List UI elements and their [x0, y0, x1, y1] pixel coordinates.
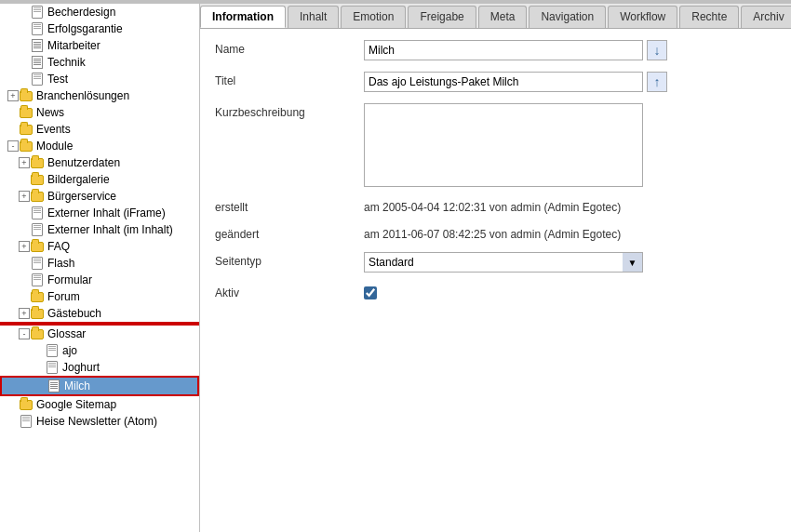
tree-toggle	[19, 291, 30, 302]
sidebar-item-erfolgsgarantie[interactable]: Erfolgsgarantie	[0, 20, 199, 37]
name-label: Name	[215, 40, 364, 56]
tree-toggle[interactable]: +	[7, 90, 19, 101]
geandert-field: am 2011-06-07 08:42:25 von admin (Admin …	[364, 225, 776, 241]
page-special-icon	[48, 379, 60, 392]
sidebar-item-gastebuch[interactable]: +Gästebuch	[0, 305, 199, 322]
sidebar-item-mitarbeiter[interactable]: Mitarbeiter	[0, 37, 199, 54]
kurz-textarea[interactable]	[364, 103, 643, 187]
page-icon	[32, 206, 43, 219]
page-icon	[47, 361, 58, 374]
sidebar-item-becherdesign[interactable]: Becherdesign	[0, 4, 199, 20]
sidebar-item-module[interactable]: -Module	[0, 138, 199, 154]
tab-navigation[interactable]: Navigation	[529, 6, 606, 28]
tree-item-label: Joghurt	[62, 361, 100, 374]
tree-item-label: ajo	[62, 344, 77, 357]
sidebar-item-milch[interactable]: Milch	[0, 376, 199, 396]
page-icon	[32, 6, 43, 19]
sidebar-item-formular[interactable]: Formular	[0, 272, 199, 288]
folder-icon	[31, 309, 44, 319]
geandert-label: geändert	[215, 225, 364, 241]
sidebar-item-heise-newsletter[interactable]: Heise Newsletter (Atom)	[0, 413, 199, 430]
aktiv-checkbox[interactable]	[364, 286, 377, 299]
sidebar-item-branchenlosungen[interactable]: +Branchenlösungen	[0, 87, 199, 104]
page-special-icon	[32, 39, 43, 52]
sidebar-item-externer-inhalt-iframe[interactable]: Externer Inhalt (iFrame)	[0, 205, 199, 221]
tab-rechte[interactable]: Rechte	[679, 6, 739, 28]
seitentyp-select[interactable]: Standard	[364, 252, 643, 273]
name-input[interactable]	[364, 40, 643, 60]
tab-emotion[interactable]: Emotion	[341, 6, 406, 28]
sidebar-item-flash[interactable]: Flash	[0, 255, 199, 272]
folder-icon	[20, 91, 33, 101]
page-icon	[32, 22, 43, 35]
sidebar-item-technik[interactable]: Technik	[0, 54, 199, 71]
erstellt-field: am 2005-04-04 12:02:31 von admin (Admin …	[364, 198, 776, 214]
sidebar-item-forum[interactable]: Forum	[0, 288, 199, 305]
sidebar-item-bildergalerie[interactable]: Bildergalerie	[0, 171, 199, 188]
tab-archiv[interactable]: Archiv	[741, 6, 791, 28]
titel-field: ↑	[364, 72, 776, 92]
tree-toggle	[19, 207, 30, 219]
aktiv-row: Aktiv	[215, 284, 776, 299]
sidebar-item-externer-inhalt-im-inhalt[interactable]: Externer Inhalt (im Inhalt)	[0, 221, 199, 238]
tab-freigabe[interactable]: Freigabe	[408, 6, 476, 28]
tree-toggle[interactable]: +	[19, 191, 30, 202]
page-icon	[20, 415, 32, 428]
seitentyp-field: Standard ▼	[364, 252, 776, 273]
form-area: Name ↓ Titel ↑ Kurzbeschreibung	[200, 29, 791, 532]
tab-inhalt[interactable]: Inhalt	[288, 6, 339, 28]
tab-meta[interactable]: Meta	[478, 6, 528, 28]
tree-item-label: Benutzerdaten	[47, 156, 120, 169]
tree-item-label: FAQ	[47, 240, 70, 253]
tree-item-label: Externer Inhalt (im Inhalt)	[47, 223, 173, 236]
tab-information[interactable]: Information	[200, 6, 286, 28]
tree-toggle[interactable]: +	[19, 157, 30, 168]
titel-input[interactable]	[364, 72, 643, 92]
sidebar-item-glossar[interactable]: -Glossar	[0, 326, 199, 342]
tree-toggle	[19, 23, 30, 34]
folder-icon	[31, 158, 44, 168]
tree-toggle[interactable]: +	[19, 308, 30, 319]
sidebar-item-events[interactable]: Events	[0, 121, 199, 138]
tree-toggle	[19, 174, 30, 185]
folder-icon	[20, 141, 33, 152]
tree-item-label: Glossar	[47, 327, 86, 340]
tree-toggle[interactable]: -	[7, 140, 19, 152]
kurz-field	[364, 103, 776, 187]
tree-toggle	[19, 40, 30, 51]
sidebar-item-google-sitemap[interactable]: Google Sitemap	[0, 396, 199, 413]
tree-item-label: Forum	[47, 290, 80, 303]
sidebar-item-ajo[interactable]: ajo	[0, 342, 199, 359]
tree-toggle[interactable]: +	[19, 241, 30, 252]
sidebar-item-benutzerdaten[interactable]: +Benutzerdaten	[0, 154, 199, 171]
sidebar-item-test[interactable]: Test	[0, 71, 199, 87]
tree-item-label: News	[36, 106, 64, 119]
geandert-row: geändert am 2011-06-07 08:42:25 von admi…	[215, 225, 776, 241]
tree-toggle	[19, 274, 30, 286]
tree-item-label: Bildergalerie	[47, 173, 110, 186]
sidebar-item-news[interactable]: News	[0, 104, 199, 121]
tabs: InformationInhaltEmotionFreigabeMetaNavi…	[200, 4, 791, 29]
tree-item-label: Technik	[47, 56, 86, 69]
seitentyp-row: Seitentyp Standard ▼	[215, 252, 776, 273]
tree-item-label: Bürgerservice	[47, 190, 116, 203]
tree-item-label: Heise Newsletter (Atom)	[36, 415, 157, 428]
tree-item-label: Events	[36, 123, 71, 136]
sidebar-item-burgerservice[interactable]: +Bürgerservice	[0, 188, 199, 205]
tree-item-label: Milch	[64, 379, 90, 392]
name-field: ↓	[364, 40, 776, 60]
tree-toggle[interactable]: -	[19, 328, 30, 339]
seitentyp-label: Seitentyp	[215, 252, 364, 268]
sidebar-item-joghurt[interactable]: Joghurt	[0, 359, 199, 376]
erstellt-label: erstellt	[215, 198, 364, 214]
tab-workflow[interactable]: Workflow	[608, 6, 677, 28]
folder-icon	[20, 125, 33, 135]
folder-icon	[31, 292, 44, 302]
tree-toggle	[19, 224, 30, 235]
tree-item-label: Formular	[47, 273, 92, 286]
name-btn[interactable]: ↓	[647, 40, 667, 60]
erstellt-row: erstellt am 2005-04-04 12:02:31 von admi…	[215, 198, 776, 214]
titel-btn[interactable]: ↑	[647, 72, 667, 92]
sidebar-item-faq[interactable]: +FAQ	[0, 238, 199, 255]
tree-toggle	[7, 107, 19, 118]
